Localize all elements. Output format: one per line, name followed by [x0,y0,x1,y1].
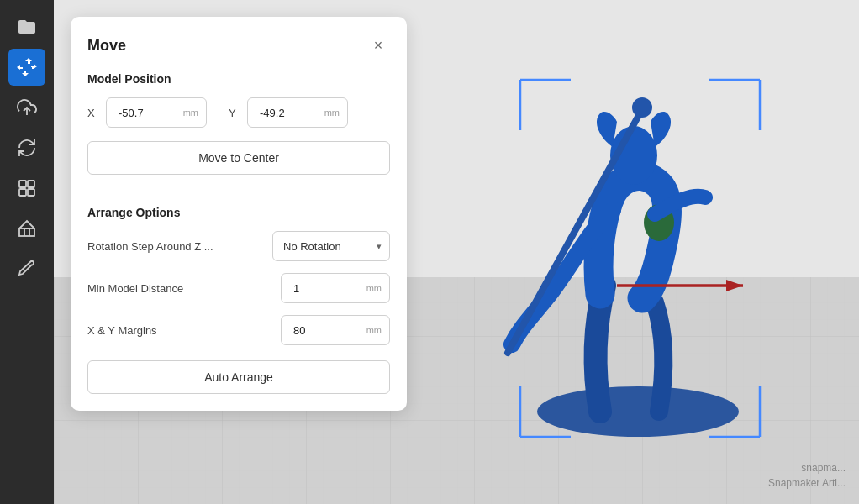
house-icon [17,218,37,239]
min-distance-label: Min Model Distance [87,282,183,295]
min-distance-input-wrap: mm [281,273,390,303]
svg-line-20 [508,109,642,353]
sidebar-item-rotate[interactable] [8,129,45,166]
x-label: X [87,107,97,119]
sidebar-item-move[interactable] [8,49,45,86]
svg-rect-1 [19,181,26,187]
svg-rect-4 [28,189,34,196]
rotate3d-icon [17,138,37,158]
sidebar-item-folder[interactable] [8,8,45,45]
close-button[interactable]: × [366,34,390,57]
y-unit: mm [324,108,340,118]
x-unit: mm [183,108,198,118]
svg-rect-2 [28,181,34,187]
main-content: snapma... Snapmaker Arti... Move × Model… [54,0,859,504]
xy-margins-input-wrap: mm [281,315,390,345]
y-input-wrap: mm [247,97,348,128]
auto-arrange-button[interactable]: Auto Arrange [87,360,390,394]
panel-header: Move × [87,34,390,57]
position-row: X mm Y mm [87,97,390,128]
watermark-line2: Snapmaker Arti... [768,475,846,491]
min-distance-row: Min Model Distance mm [87,273,390,303]
folder-icon [17,17,37,37]
panel-title: Move [87,37,126,55]
svg-rect-3 [19,189,26,196]
slice-icon [17,178,37,198]
svg-marker-23 [726,280,743,291]
move-icon [17,57,37,77]
upload3d-icon [17,97,37,118]
sidebar-item-support[interactable] [8,250,45,287]
x-input-wrap: mm [106,97,207,128]
sidebar-item-upload[interactable] [8,89,45,126]
min-distance-unit: mm [366,283,382,293]
move-panel: Move × Model Position X mm Y mm Move to … [71,17,407,411]
xy-margins-row: X & Y Margins mm [87,315,390,345]
y-label: Y [229,107,239,119]
divider [87,192,390,192]
rotation-row: Rotation Step Around Z ... No Rotation 5… [87,231,390,261]
model-position-title: Model Position [87,72,390,86]
svg-point-18 [537,386,739,437]
support-icon [17,259,37,279]
sidebar-item-house[interactable] [8,210,45,247]
sidebar [0,0,54,504]
arrange-options-title: Arrange Options [87,206,390,219]
svg-point-21 [632,97,652,118]
xy-margins-label: X & Y Margins [87,324,157,337]
xy-margins-unit: mm [366,325,382,335]
watermark-line1: snapma... [768,460,846,475]
watermark: snapma... Snapmaker Arti... [768,460,846,491]
rotation-select[interactable]: No Rotation 5° 10° 15° 30° 45° 90° [272,231,390,261]
sidebar-item-slice[interactable] [8,170,45,207]
move-to-center-button[interactable]: Move to Center [87,141,390,175]
svg-rect-5 [19,228,34,236]
rotation-label: Rotation Step Around Z ... [87,240,213,253]
rotation-select-wrap: No Rotation 5° 10° 15° 30° 45° 90° ▾ [272,231,390,261]
